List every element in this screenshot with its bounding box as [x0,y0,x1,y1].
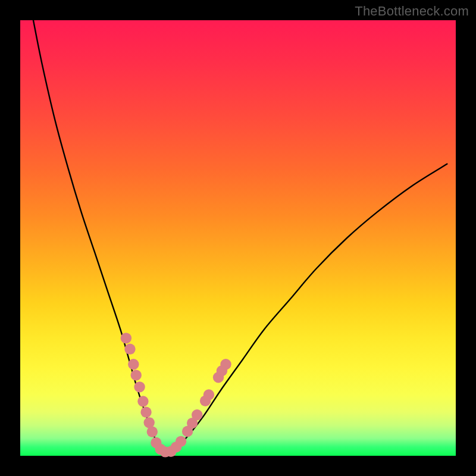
curve-svg [20,20,456,456]
curve-marker [137,396,148,406]
curve-marker [131,369,142,380]
curve-marker [192,409,202,420]
curve-marker [128,359,139,369]
watermark-text: TheBottleneck.com [355,4,469,19]
curve-marker [147,427,158,437]
curve-marker [124,343,135,354]
chart-frame: TheBottleneck.com [0,0,476,476]
curve-marker [176,436,186,447]
curve-marker [134,381,145,392]
curve-markers [121,333,231,457]
curve-marker [121,333,131,343]
bottleneck-curve [33,20,447,453]
plot-area [20,20,456,456]
curve-marker [140,407,151,418]
curve-marker [220,359,231,369]
curve-marker [203,389,214,400]
